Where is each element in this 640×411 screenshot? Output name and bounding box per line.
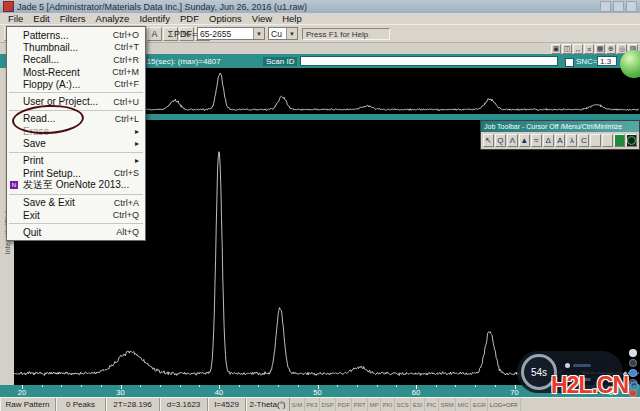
toggle-pic[interactable]: PIC xyxy=(425,398,439,411)
axis-tick-label: 50 xyxy=(313,388,321,397)
menu-identify[interactable]: Identify xyxy=(134,13,175,24)
recorder-orb-button[interactable] xyxy=(620,50,640,78)
profile-button[interactable]: Λ xyxy=(507,134,518,147)
axis-tick xyxy=(180,385,181,387)
toggle-pk3[interactable]: PK3 xyxy=(305,398,320,411)
file-menu-item-patterns[interactable]: Patterns...Ctrl+O xyxy=(7,29,145,41)
menu-item-shortcut: Alt+Q xyxy=(116,227,139,237)
menu-item-shortcut: Ctrl+A xyxy=(114,198,139,208)
file-menu-item-user-or-project[interactable]: User or Project...Ctrl+U xyxy=(7,95,145,107)
toggle-prt[interactable]: PRT xyxy=(352,398,368,411)
menu-edit[interactable]: Edit xyxy=(28,13,54,24)
toggle-esi[interactable]: ESI xyxy=(411,398,425,411)
menu-item-label: User or Project... xyxy=(23,96,98,107)
bottom-status-bar: Raw Pattern0 Peaks2T=28.196d=3.1623I=452… xyxy=(0,397,640,411)
label-button[interactable]: A xyxy=(555,134,566,147)
cascade-icon[interactable]: ◫ xyxy=(562,44,572,54)
target-icon[interactable]: ⊕ xyxy=(606,44,616,54)
close-button[interactable] xyxy=(626,1,637,12)
menu-help[interactable]: Help xyxy=(277,13,307,24)
file-menu-item-onenote[interactable]: N发送至 OneNote 2013... xyxy=(7,179,145,191)
toggle-srm[interactable]: SRM xyxy=(439,398,456,411)
file-menu-item-read[interactable]: Read...Ctrl+L xyxy=(7,113,145,125)
overlay-dot-button[interactable] xyxy=(629,359,637,367)
recorder-status-pill xyxy=(561,360,605,371)
axis-tick-label: 70 xyxy=(510,388,518,397)
toggle-log[interactable]: LOG=OFF xyxy=(488,398,520,411)
snc-value[interactable]: 1.3 xyxy=(597,56,617,66)
toggle-mic[interactable]: MIC xyxy=(456,398,471,411)
table-icon[interactable]: ▦ xyxy=(595,44,605,54)
job-toolbar-window: Job Toolbar - Cursor Off /Menu/Ctrl/Mini… xyxy=(480,120,640,150)
menu-file[interactable]: File xyxy=(3,13,28,24)
menu-analyze[interactable]: Analyze xyxy=(91,13,135,24)
menu-pdf[interactable]: PDF xyxy=(175,13,204,24)
file-menu-dropdown: Patterns...Ctrl+OThumbnail...Ctrl+TRecal… xyxy=(6,26,146,241)
file-menu-item-floppy-a[interactable]: Floppy (A:)...Ctrl+F xyxy=(7,78,145,90)
snc-checkbox[interactable] xyxy=(565,58,574,67)
file-menu-item-thumbnail[interactable]: Thumbnail...Ctrl+T xyxy=(7,41,145,53)
peak-fill-button[interactable]: ▲ xyxy=(519,134,530,147)
chevron-down-icon[interactable]: ▼ xyxy=(253,28,264,39)
menu-item-shortcut: Ctrl+S xyxy=(114,168,139,178)
file-menu-item-erase[interactable]: Erase▸ xyxy=(7,125,145,137)
anode-combo[interactable]: Cu ▼ xyxy=(268,27,298,40)
submenu-arrow-icon: ▸ xyxy=(135,139,139,148)
onenote-icon: N xyxy=(10,181,18,189)
font-a2-icon[interactable]: A xyxy=(147,27,162,41)
swap-icon[interactable]: ↔ xyxy=(573,44,583,54)
chevron-down-icon[interactable]: ▼ xyxy=(286,28,297,39)
axis-tick xyxy=(416,385,417,389)
menu-separator xyxy=(9,223,143,224)
background-button[interactable]: Δ xyxy=(543,134,554,147)
menu-item-shortcut: Ctrl+T xyxy=(114,42,139,52)
menu-filters[interactable]: Filters xyxy=(55,13,91,24)
axis-tick xyxy=(140,385,141,387)
window-title: Jade 5 [Administrator/Materials Data Inc… xyxy=(17,2,307,12)
axis-tick xyxy=(81,385,82,387)
watermark-gear-icon: ⚙ xyxy=(628,378,640,394)
file-menu-item-save-exit[interactable]: Save & ExitCtrl+A xyxy=(7,197,145,209)
status-bar-filler xyxy=(521,398,640,411)
smooth-button[interactable]: ≈ xyxy=(531,134,542,147)
toggle-pdf[interactable]: PDF xyxy=(336,398,352,411)
toggle-dsp[interactable]: DSP xyxy=(320,398,336,411)
pdf-combo[interactable]: 65-2655 ▼ xyxy=(197,27,265,40)
file-menu-item-exit[interactable]: ExitCtrl+Q xyxy=(7,209,145,221)
blank1-button[interactable] xyxy=(590,134,601,147)
toggle-pki[interactable]: PKI xyxy=(381,398,395,411)
menu-separator xyxy=(9,152,143,153)
zoom-button[interactable]: Q xyxy=(495,134,506,147)
menu-view[interactable]: View xyxy=(247,13,277,24)
overlay-dot-button[interactable] xyxy=(629,349,637,357)
file-menu-item-quit[interactable]: QuitAlt+Q xyxy=(7,226,145,238)
green-square-button[interactable] xyxy=(614,134,625,147)
file-menu-item-most-recent[interactable]: Most-RecentCtrl+M xyxy=(7,66,145,78)
scan-id-input[interactable] xyxy=(300,56,558,66)
toggle-scs[interactable]: SCS xyxy=(395,398,411,411)
file-menu-item-save[interactable]: Save▸ xyxy=(7,137,145,149)
toggle-sm[interactable]: S/M xyxy=(290,398,305,411)
maximize-button[interactable] xyxy=(613,1,624,12)
axis-tick xyxy=(219,385,220,389)
toggle-egr[interactable]: EGR xyxy=(471,398,488,411)
list-icon[interactable]: ≡ xyxy=(584,44,594,54)
axis-tick xyxy=(357,385,358,387)
axis-tick xyxy=(515,385,516,389)
lambda-button[interactable]: λ xyxy=(566,134,577,147)
file-menu-item-print[interactable]: Print▸ xyxy=(7,155,145,167)
pattern-mode: Raw Pattern xyxy=(0,398,56,411)
tile-icon[interactable]: ▣ xyxy=(551,44,561,54)
minimize-button[interactable] xyxy=(600,1,611,12)
calc-button[interactable]: C xyxy=(578,134,589,147)
cursor-query-button[interactable]: ↖ xyxy=(483,134,494,147)
job-toolbar-titlebar[interactable]: Job Toolbar - Cursor Off /Menu/Ctrl/Mini… xyxy=(481,121,639,132)
blank2-button[interactable] xyxy=(602,134,613,147)
green-circle-button[interactable] xyxy=(626,134,637,147)
pdf-combo-value: 65-2655 xyxy=(198,29,253,39)
file-menu-item-print-setup[interactable]: Print Setup...Ctrl+S xyxy=(7,167,145,179)
menu-options[interactable]: Options xyxy=(204,13,247,24)
file-menu-item-recall[interactable]: Recall...Ctrl+R xyxy=(7,54,145,66)
menu-item-label: Floppy (A:)... xyxy=(23,79,80,90)
toggle-mp[interactable]: MP xyxy=(368,398,381,411)
